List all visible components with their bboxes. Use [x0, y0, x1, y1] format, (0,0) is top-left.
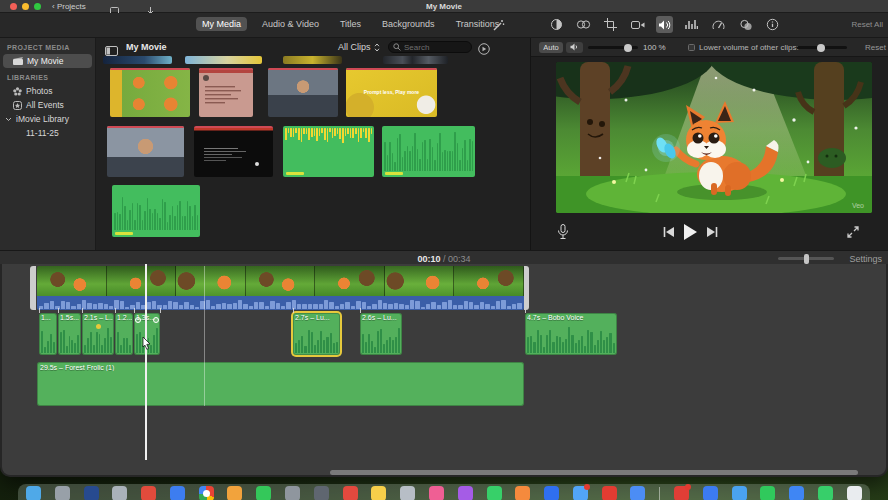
- dock-app-icon[interactable]: [227, 486, 242, 500]
- skim-playback-icon[interactable]: [478, 41, 490, 59]
- dock-app-icon[interactable]: [602, 486, 617, 500]
- search-field[interactable]: [388, 41, 472, 53]
- sidebar-item-all-events[interactable]: All Events: [0, 98, 95, 112]
- dock-app-icon[interactable]: [487, 486, 502, 500]
- media-thumbnail-screen-recording[interactable]: [194, 126, 273, 177]
- fade-handle-icon[interactable]: [135, 317, 141, 323]
- mute-button[interactable]: [566, 42, 583, 53]
- timeline-audio-clip[interactable]: 4.7s – Bobo Voice: [525, 313, 617, 355]
- dock-app-icon[interactable]: [199, 486, 214, 500]
- dock-app-icon[interactable]: [458, 486, 473, 500]
- fade-handle-icon[interactable]: [153, 317, 159, 323]
- lower-volume-knob[interactable]: [817, 44, 825, 52]
- timeline-settings-button[interactable]: Settings: [849, 254, 882, 264]
- dock-app-icon[interactable]: [170, 486, 185, 500]
- speed-icon[interactable]: [710, 16, 727, 33]
- tab-my-media[interactable]: My Media: [196, 17, 247, 31]
- tab-audio-video[interactable]: Audio & Video: [256, 17, 325, 31]
- dock-app-icon[interactable]: [674, 486, 689, 500]
- media-thumbnail-fox-grid[interactable]: [110, 68, 190, 117]
- media-thumbnail-audio[interactable]: [283, 126, 374, 177]
- mouse-cursor: [142, 336, 151, 354]
- sidebar-item-event-date[interactable]: 11-11-25: [0, 126, 95, 140]
- media-thumbnail-promo[interactable]: Prompt less, Play more: [346, 68, 437, 117]
- dock-app-icon[interactable]: [732, 486, 747, 500]
- dock-app-icon[interactable]: [630, 486, 645, 500]
- dock-app-icon[interactable]: [573, 486, 588, 500]
- timeline-audio-clip[interactable]: 1.5s...: [58, 313, 81, 355]
- dock-app-icon[interactable]: [55, 486, 70, 500]
- dock-app-icon[interactable]: [703, 486, 718, 500]
- dock-app-icon[interactable]: [26, 486, 41, 500]
- noise-reduction-icon[interactable]: [683, 16, 700, 33]
- previous-frame-button[interactable]: [663, 227, 674, 237]
- clip-trim-handle-right[interactable]: [524, 266, 529, 310]
- media-thumbnail[interactable]: [383, 56, 448, 64]
- timeline-audio-clip[interactable]: 1.2...: [115, 313, 133, 355]
- timeline-horizontal-scrollbar[interactable]: [330, 470, 858, 475]
- timeline-audio-clip[interactable]: 2.6s – Lu...: [360, 313, 402, 355]
- dock-app-icon[interactable]: [112, 486, 127, 500]
- timeline-audio-clip[interactable]: 2.1s – L...: [82, 313, 114, 355]
- dock-app-icon[interactable]: [818, 486, 833, 500]
- media-thumbnail-webcam[interactable]: [107, 126, 184, 177]
- dock-app-icon[interactable]: [84, 486, 99, 500]
- media-thumbnail-audio[interactable]: [112, 185, 200, 237]
- timeline-audio-clip[interactable]: 1...: [39, 313, 57, 355]
- dock-app-icon[interactable]: [314, 486, 329, 500]
- dock-app-icon[interactable]: [400, 486, 415, 500]
- sidebar-item-my-movie[interactable]: My Movie: [3, 54, 92, 68]
- dock-app-icon[interactable]: [141, 486, 156, 500]
- sidebar-item-photos[interactable]: Photos: [0, 84, 95, 98]
- tab-backgrounds[interactable]: Backgrounds: [376, 17, 441, 31]
- preview-viewer[interactable]: Veo: [556, 62, 872, 213]
- media-thumbnail[interactable]: [185, 56, 262, 64]
- stabilization-icon[interactable]: [629, 16, 646, 33]
- tab-titles[interactable]: Titles: [334, 17, 367, 31]
- enhance-wand-icon[interactable]: [490, 17, 507, 34]
- clip-filter-dropdown[interactable]: All Clips: [338, 42, 380, 52]
- lower-volume-checkbox[interactable]: [688, 44, 695, 51]
- volume-icon[interactable]: [656, 16, 673, 33]
- clip-trim-handle-left[interactable]: [30, 266, 36, 310]
- dock-app-icon[interactable]: [343, 486, 358, 500]
- color-correction-icon[interactable]: [575, 16, 592, 33]
- media-thumbnail[interactable]: [283, 56, 342, 64]
- dock-app-icon[interactable]: [544, 486, 559, 500]
- crop-icon[interactable]: [602, 16, 619, 33]
- play-button[interactable]: [683, 224, 697, 240]
- search-input[interactable]: [404, 43, 464, 52]
- dock-app-icon[interactable]: [371, 486, 386, 500]
- voiceover-mic-icon[interactable]: [557, 224, 569, 240]
- volume-slider-knob[interactable]: [624, 44, 632, 52]
- dock-app-icon[interactable]: [760, 486, 775, 500]
- timeline-video-audio-track[interactable]: [37, 296, 524, 310]
- timeline-music-clip[interactable]: 29.5s – Forest Frolic (1): [37, 362, 524, 406]
- media-thumbnail[interactable]: [103, 56, 172, 64]
- dock-app-icon[interactable]: [515, 486, 530, 500]
- volume-slider[interactable]: [588, 46, 638, 49]
- timeline-video-clip[interactable]: [37, 266, 524, 296]
- next-frame-button[interactable]: [707, 227, 718, 237]
- clip-info-icon[interactable]: [764, 16, 781, 33]
- dock-app-icon[interactable]: [256, 486, 271, 500]
- sidebar-item-imovie-library[interactable]: iMovie Library: [0, 112, 95, 126]
- timeline-zoom-slider[interactable]: [778, 257, 834, 260]
- dock-app-icon[interactable]: [285, 486, 300, 500]
- reset-all-button[interactable]: Reset All: [851, 20, 883, 29]
- effects-icon[interactable]: [737, 16, 754, 33]
- reset-volume-button[interactable]: Reset: [865, 43, 886, 52]
- playhead[interactable]: [145, 264, 147, 460]
- media-thumbnail-document[interactable]: [199, 68, 253, 117]
- color-balance-icon[interactable]: [548, 16, 565, 33]
- dock-app-icon[interactable]: [429, 486, 444, 500]
- timeline-audio-clip-selected[interactable]: 2.7s – Lu...: [293, 313, 340, 355]
- timeline-zoom-knob[interactable]: [804, 254, 809, 264]
- media-thumbnail-audio[interactable]: [382, 126, 475, 177]
- dock-app-icon[interactable]: [789, 486, 804, 500]
- dock-app-icon[interactable]: [847, 486, 862, 500]
- fullscreen-icon[interactable]: [847, 226, 859, 238]
- media-thumbnail-webcam[interactable]: [268, 68, 338, 117]
- auto-volume-button[interactable]: Auto: [539, 42, 563, 53]
- lower-volume-slider[interactable]: [797, 46, 847, 49]
